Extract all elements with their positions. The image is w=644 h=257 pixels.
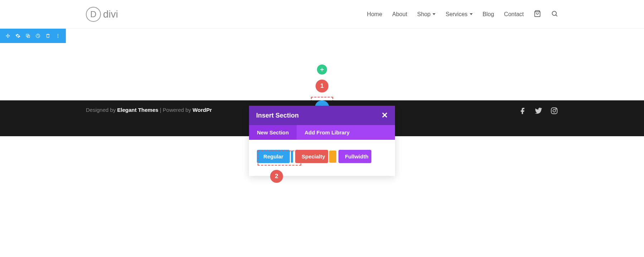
nav-services-label: Services <box>445 11 467 18</box>
cart-icon[interactable] <box>534 10 541 19</box>
logo[interactable]: D divi <box>86 7 118 22</box>
footer-platform-link[interactable]: WordPr <box>192 107 212 113</box>
nav-contact[interactable]: Contact <box>504 11 524 18</box>
more-icon[interactable] <box>53 29 63 43</box>
nav-shop-label: Shop <box>417 11 430 18</box>
svg-point-5 <box>58 34 58 35</box>
duplicate-icon[interactable] <box>23 29 33 43</box>
instagram-icon[interactable] <box>550 107 558 116</box>
svg-point-0 <box>552 11 556 15</box>
modal-tabs: New Section Add From Library <box>249 125 395 140</box>
trash-icon[interactable] <box>43 29 53 43</box>
main-nav: Home About Shop Services Blog Contact <box>367 10 558 19</box>
section-type-fullwidth-group: Fullwidth <box>338 150 371 163</box>
twitter-icon[interactable] <box>535 107 542 116</box>
save-icon[interactable] <box>33 29 43 43</box>
svg-point-9 <box>553 109 555 112</box>
svg-point-7 <box>58 37 58 38</box>
chevron-down-icon <box>470 13 473 15</box>
facebook-icon[interactable] <box>519 107 527 116</box>
logo-icon: D <box>86 7 101 22</box>
svg-point-6 <box>58 35 58 36</box>
footer-credits: Designed by Elegant Themes | Powered by … <box>86 107 212 113</box>
section-toolbar <box>0 29 66 43</box>
social-links <box>519 107 558 116</box>
modal-header: Insert Section ✕ <box>249 106 395 125</box>
nav-services[interactable]: Services <box>445 11 472 18</box>
move-icon[interactable] <box>3 29 13 43</box>
section-type-fullwidth-button[interactable]: Fullwidth <box>338 150 371 163</box>
close-icon[interactable]: ✕ <box>381 111 388 119</box>
nav-shop[interactable]: Shop <box>417 11 435 18</box>
tab-add-from-library[interactable]: Add From Library <box>297 125 357 140</box>
search-icon[interactable] <box>551 10 558 19</box>
annotation-badge-2: 2 <box>270 170 283 183</box>
chevron-down-icon <box>433 13 435 15</box>
annotation-badge-1: 1 <box>316 80 328 92</box>
add-row-button[interactable]: + <box>317 65 327 75</box>
specialty-chip-icon <box>329 151 336 163</box>
tab-new-section[interactable]: New Section <box>249 125 297 140</box>
nav-about[interactable]: About <box>392 11 407 18</box>
site-header: D divi Home About Shop Services Blog Con… <box>0 0 644 29</box>
footer-designer-link[interactable]: Elegant Themes <box>117 107 158 113</box>
nav-home[interactable]: Home <box>367 11 382 18</box>
logo-text: divi <box>103 9 118 20</box>
section-type-specialty-group: Specialty <box>295 150 336 163</box>
annotation-highlight-2 <box>258 151 301 166</box>
svg-line-1 <box>556 15 557 16</box>
gear-icon[interactable] <box>13 29 23 43</box>
svg-point-10 <box>556 109 556 109</box>
modal-title: Insert Section <box>256 112 299 119</box>
nav-blog[interactable]: Blog <box>483 11 494 18</box>
plus-icon: + <box>320 66 324 73</box>
